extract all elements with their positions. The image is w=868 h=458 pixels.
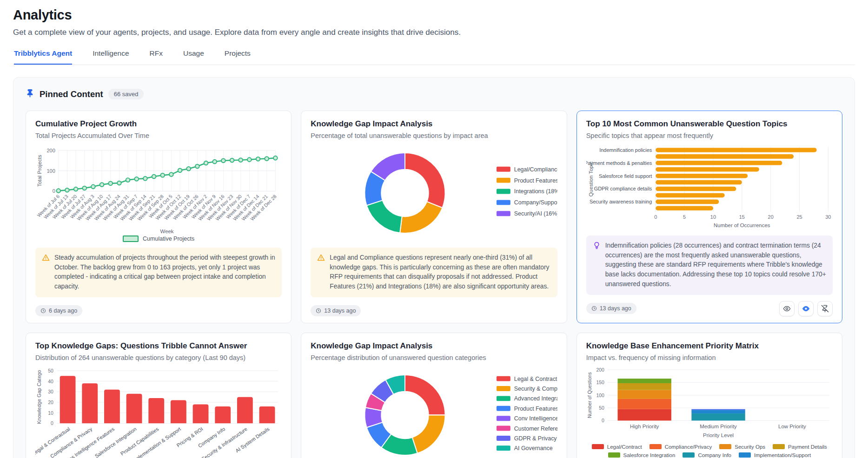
- svg-text:AI Governance: AI Governance: [514, 445, 553, 451]
- line-chart: 0100200Week of Jul 6Week of Jul 13Week o…: [35, 144, 282, 236]
- svg-text:Product Features (21%): Product Features (21%): [514, 177, 557, 184]
- svg-text:50: 50: [599, 406, 604, 411]
- tab-tribblytics-agent[interactable]: Tribblytics Agent: [14, 49, 72, 65]
- svg-text:200: 200: [596, 367, 604, 372]
- insight-box: Indemnification policies (28 occurrences…: [586, 236, 833, 294]
- insight-text: Indemnification policies (28 occurrences…: [605, 241, 826, 289]
- card-subtitle: Specific topics that appear most frequen…: [586, 132, 833, 139]
- pinned-header: Pinned Content 66 saved: [26, 89, 842, 99]
- card-title: Top 10 Most Common Unanswerable Question…: [586, 119, 833, 129]
- svg-text:Customer References: Customer References: [514, 425, 557, 432]
- legend-item: Company Info: [682, 452, 731, 458]
- svg-text:Salesforce Integration: Salesforce Integration: [94, 426, 138, 458]
- svg-text:10: 10: [710, 214, 716, 220]
- card-footer: 13 days ago: [311, 299, 557, 316]
- clock-icon: [591, 306, 597, 311]
- svg-text:Payment methods & penalties: Payment methods & penalties: [586, 160, 652, 166]
- legend-item: Compliance/Privacy: [649, 444, 712, 450]
- svg-text:0: 0: [602, 418, 604, 423]
- svg-text:Company/Support (14%): Company/Support (14%): [514, 199, 557, 206]
- pin-off-icon[interactable]: [817, 301, 833, 316]
- legend-item: Payment Details: [773, 444, 827, 450]
- svg-text:Product Features: Product Features: [514, 405, 557, 412]
- page-title: Analytics: [13, 7, 855, 23]
- insight-box: Steady accumulation of projects througho…: [35, 248, 282, 297]
- chart-legend: Cumulative Projects: [35, 236, 282, 242]
- page-subtitle: Get a complete view of your agents, proj…: [13, 28, 855, 37]
- clock-icon: [40, 308, 46, 314]
- pin-icon: [26, 89, 34, 99]
- svg-text:Number of Occurrences: Number of Occurrences: [714, 222, 770, 228]
- svg-text:10: 10: [48, 410, 53, 415]
- legend-label: Cumulative Projects: [143, 236, 194, 242]
- ai-eye-icon[interactable]: [798, 301, 814, 316]
- saved-count-badge: 66 saved: [108, 89, 144, 99]
- svg-text:Number of Questions: Number of Questions: [587, 372, 592, 418]
- eye-icon[interactable]: [779, 301, 795, 316]
- card-title: Top Knowledge Gaps: Questions Tribble Ca…: [35, 341, 282, 351]
- card-title: Cumulative Project Growth: [35, 119, 282, 129]
- svg-text:Product Capabilities: Product Capabilities: [119, 425, 160, 456]
- card-actions: [779, 301, 833, 316]
- timestamp-badge: 13 days ago: [311, 305, 361, 316]
- svg-text:150: 150: [596, 380, 604, 385]
- tab-usage[interactable]: Usage: [183, 49, 204, 65]
- svg-text:Priority Level: Priority Level: [703, 432, 734, 438]
- pinned-title: Pinned Content: [40, 89, 103, 99]
- svg-text:50: 50: [48, 368, 53, 373]
- card-cumulative-project-growth: Cumulative Project Growth Total Projects…: [26, 111, 292, 323]
- svg-text:Knowledge Gap Catego: Knowledge Gap Catego: [36, 370, 42, 424]
- svg-text:GDPR compliance details: GDPR compliance details: [594, 186, 652, 191]
- svg-text:20: 20: [48, 399, 53, 405]
- card-footer: 6 days ago: [35, 299, 282, 316]
- legend-item: Implementation/Support: [739, 452, 811, 458]
- svg-text:0: 0: [53, 188, 55, 194]
- lightbulb-icon: [593, 242, 601, 289]
- card-subtitle: Impact vs. frequency of missing informat…: [586, 354, 833, 361]
- svg-text:0: 0: [51, 421, 53, 426]
- donut-chart: Legal & ContractualSecurity & Compliance…: [311, 366, 557, 458]
- card-subtitle: Total Projects Accumulated Over Time: [35, 132, 282, 139]
- svg-text:20: 20: [768, 214, 773, 220]
- svg-text:40: 40: [48, 379, 53, 384]
- timestamp-badge: 6 days ago: [35, 305, 82, 316]
- svg-text:Indemnification policies: Indemnification policies: [599, 147, 652, 153]
- svg-text:Advanced Integrations: Advanced Integrations: [514, 395, 557, 402]
- svg-text:Question Topic: Question Topic: [588, 162, 594, 197]
- legend-swatch: [123, 236, 139, 242]
- card-subtitle: Distribution of 264 unanswerable questio…: [35, 354, 282, 361]
- legend-item: Legal/Contract: [592, 444, 642, 450]
- svg-text:200: 200: [47, 148, 55, 153]
- svg-text:15: 15: [739, 214, 744, 220]
- analytics-page: Analytics Get a complete view of your ag…: [0, 0, 868, 458]
- insight-box: Legal and Compliance questions represent…: [311, 248, 557, 297]
- svg-text:Compliance & Privacy: Compliance & Privacy: [49, 425, 93, 458]
- stacked-bar-chart: 050100150200High PriorityMedium Priority…: [586, 366, 833, 440]
- insight-text: Legal and Compliance questions represent…: [330, 253, 550, 292]
- svg-text:GDPR & Privacy: GDPR & Privacy: [514, 435, 557, 441]
- svg-text:Salesforce field support: Salesforce field support: [599, 173, 652, 179]
- svg-text:Security/AI (16%): Security/AI (16%): [514, 210, 557, 217]
- card-subtitle: Percentage of total unanswerable questio…: [311, 132, 557, 139]
- svg-text:Security & Compliance: Security & Compliance: [514, 385, 557, 392]
- timestamp-badge: 13 days ago: [586, 303, 636, 314]
- card-title: Knowledge Gap Impact Analysis: [311, 119, 557, 129]
- tab-intelligence[interactable]: Intelligence: [93, 49, 129, 65]
- svg-text:Total Projects: Total Projects: [37, 155, 42, 187]
- svg-text:30: 30: [825, 214, 831, 220]
- clock-icon: [316, 308, 321, 314]
- svg-text:100: 100: [47, 168, 55, 174]
- tab-rfx[interactable]: RFx: [150, 49, 163, 65]
- card-subtitle: Percentage distribution of unanswered qu…: [311, 354, 557, 361]
- legend-item: Security Ops: [719, 444, 765, 450]
- svg-text:5: 5: [683, 214, 686, 220]
- card-knowledge-gap-impact-analysis: Knowledge Gap Impact Analysis Percentage…: [301, 111, 567, 323]
- bar-chart: 01020304050Legal & ContractualCompliance…: [35, 366, 282, 458]
- svg-text:High Priority: High Priority: [630, 424, 659, 429]
- insight-text: Steady accumulation of projects througho…: [54, 253, 275, 292]
- tab-projects[interactable]: Projects: [225, 49, 251, 65]
- svg-text:Week: Week: [160, 229, 174, 234]
- card-knowledge-gap-impact-analysis-2: Knowledge Gap Impact Analysis Percentage…: [301, 333, 567, 458]
- svg-text:25: 25: [796, 214, 802, 220]
- card-top-10-unanswerable-topics[interactable]: Top 10 Most Common Unanswerable Question…: [576, 111, 842, 323]
